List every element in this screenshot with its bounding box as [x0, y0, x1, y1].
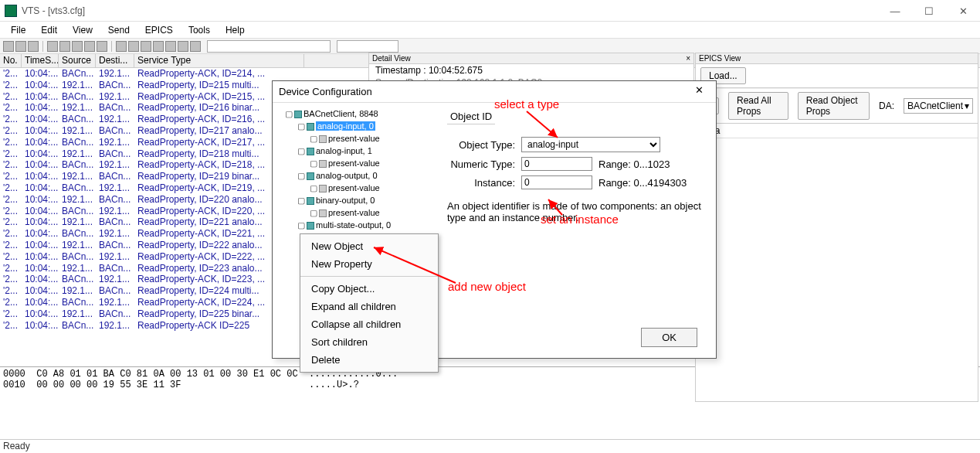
read-object-props-button[interactable]: Read Object Props: [798, 92, 870, 120]
menu-epics[interactable]: EPICS: [137, 23, 181, 37]
object-id-description: An object identifier is made of two comp…: [447, 200, 708, 223]
menu-edit[interactable]: Edit: [33, 23, 65, 37]
detail-timestamp: Timestamp : 10:04:52.675: [369, 64, 693, 77]
toolbar-icon[interactable]: [84, 41, 95, 52]
da-dropdown[interactable]: BACnetClient▾: [904, 98, 973, 114]
toolbar: [0, 39, 980, 54]
toolbar-icon[interactable]: [72, 41, 83, 52]
ctx-copy-object[interactable]: Copy Object...: [300, 280, 438, 298]
col-dest[interactable]: Desti...: [96, 54, 134, 67]
ctx-sort-children[interactable]: Sort children: [300, 333, 438, 351]
instance-label: Instance:: [447, 177, 515, 189]
tree-node-analog-input-1[interactable]: analog-input, 1: [316, 146, 372, 155]
instance-input[interactable]: [521, 175, 592, 189]
ctx-new-property[interactable]: New Property: [300, 255, 438, 273]
toolbar-icon[interactable]: [128, 41, 139, 52]
tree-root[interactable]: BACnetClient, 8848: [303, 109, 378, 118]
tree-node-present-value[interactable]: present-value: [328, 158, 380, 168]
toolbar-icon[interactable]: [116, 41, 127, 52]
toolbar-icon[interactable]: [153, 41, 164, 52]
toolbar-icon[interactable]: [178, 41, 188, 52]
toolbar-icon[interactable]: [28, 41, 39, 52]
ctx-expand-all[interactable]: Expand all children: [300, 298, 438, 315]
epics-view-title: EPICS View: [696, 53, 978, 64]
tree-node-analog-input-0[interactable]: analog-input, 0: [316, 121, 375, 131]
toolbar-icon[interactable]: [97, 41, 107, 52]
toolbar-icon[interactable]: [190, 41, 201, 52]
read-all-props-button[interactable]: Read All Props: [728, 92, 788, 120]
numeric-type-range: Range: 0...1023: [599, 158, 670, 170]
epics-data-header: Data: [696, 124, 978, 138]
status-bar: Ready: [0, 439, 980, 453]
toolbar-icon[interactable]: [141, 41, 151, 52]
object-id-form: Object ID Object Type: analog-input Nume…: [439, 103, 716, 358]
ok-button[interactable]: OK: [641, 328, 697, 347]
title-bar: VTS - [vts3.cfg] — ☐ ✕: [0, 0, 980, 22]
col-source[interactable]: Source: [59, 54, 96, 67]
toolbar-dropdown[interactable]: [207, 40, 331, 53]
menu-send[interactable]: Send: [100, 23, 137, 37]
menu-bar: File Edit View Send EPICS Tools Help: [0, 22, 980, 39]
detail-view-title: Detail View: [372, 54, 411, 63]
col-service[interactable]: Service Type: [134, 54, 304, 67]
col-time[interactable]: TimeS...: [22, 54, 59, 67]
toolbar-dropdown[interactable]: [337, 40, 398, 53]
menu-help[interactable]: Help: [218, 23, 253, 37]
instance-range: Range: 0...4194303: [599, 177, 687, 189]
menu-view[interactable]: View: [65, 23, 100, 37]
numeric-type-input[interactable]: [521, 157, 592, 171]
tree-node-analog-output-0[interactable]: analog-output, 0: [316, 171, 378, 180]
chevron-down-icon: ▾: [965, 100, 969, 111]
tree-node-present-value[interactable]: present-value: [328, 208, 380, 217]
menu-file[interactable]: File: [3, 23, 33, 37]
object-type-label: Object Type:: [447, 139, 515, 151]
maximize-button[interactable]: ☐: [912, 0, 946, 22]
tree-node-binary-output-0[interactable]: binary-output, 0: [316, 196, 375, 205]
epics-view-pane: EPICS View Load... it Read All Props Rea…: [695, 53, 978, 402]
col-no[interactable]: No.: [0, 54, 22, 67]
object-type-dropdown[interactable]: analog-input: [521, 137, 660, 152]
toolbar-icon[interactable]: [59, 41, 70, 52]
numeric-type-label: Numeric Type:: [447, 158, 515, 170]
app-icon: [5, 5, 17, 17]
close-icon[interactable]: ×: [686, 54, 690, 63]
toolbar-icon[interactable]: [47, 41, 58, 52]
context-menu: New Object New Property Copy Object... E…: [300, 233, 439, 373]
hex-line: 0010 00 00 00 00 19 55 3E 11 3F .....U>.…: [3, 380, 359, 390]
toolbar-icon[interactable]: [15, 41, 26, 52]
dialog-title: Device Configuration: [279, 86, 372, 97]
ctx-delete[interactable]: Delete: [300, 351, 438, 369]
dialog-close-button[interactable]: ✕: [688, 84, 710, 100]
ctx-new-object[interactable]: New Object: [300, 237, 438, 255]
tree-node-present-value[interactable]: present-value: [328, 134, 380, 143]
window-title: VTS - [vts3.cfg]: [22, 5, 85, 16]
tree-node-present-value[interactable]: present-value: [328, 183, 380, 192]
toolbar-icon[interactable]: [3, 41, 14, 52]
tree-node-multistate-output-0[interactable]: multi-state-output, 0: [316, 220, 391, 230]
menu-tools[interactable]: Tools: [181, 23, 218, 37]
minimize-button[interactable]: —: [878, 0, 912, 22]
close-button[interactable]: ✕: [946, 0, 980, 22]
toolbar-icon[interactable]: [165, 41, 176, 52]
ctx-collapse-all[interactable]: Collapse all children: [300, 315, 438, 333]
object-id-tab[interactable]: Object ID: [447, 111, 495, 124]
da-label: DA:: [879, 100, 894, 111]
